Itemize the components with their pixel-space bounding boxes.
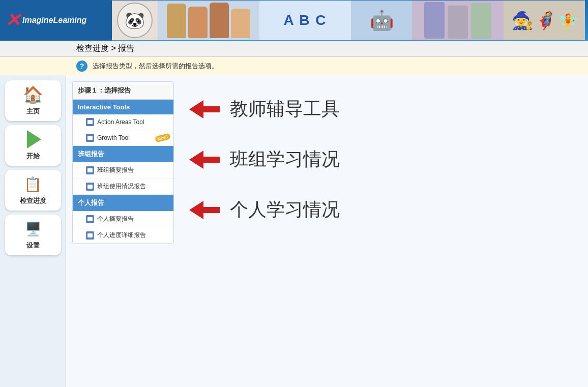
app-header: ✕ ImagineLeaming 🐼 A B C 🤖 bbox=[0, 0, 588, 41]
logo[interactable]: ✕ ImagineLeaming bbox=[0, 0, 112, 41]
sidebar-item-progress[interactable]: 📋 检查进度 bbox=[5, 170, 61, 211]
cartoon-characters: 🧙 🦸 🧚 bbox=[504, 1, 585, 40]
menu-item-growth-tool[interactable]: Growth Tool New! bbox=[73, 130, 173, 146]
sidebar-item-settings[interactable]: 🖥️ 设置 bbox=[5, 215, 61, 255]
step-header: 步骤１：选择报告 bbox=[73, 82, 173, 100]
section-personal-reports: 个人报告 bbox=[73, 195, 173, 211]
kids-photo bbox=[158, 1, 259, 40]
breadcrumb-text: 检查进度 > 报告 bbox=[76, 43, 134, 54]
menu-item-personal-detail[interactable]: 个人进度详细报告 bbox=[73, 227, 173, 244]
section-interactive-tools: Interactive Tools bbox=[73, 100, 173, 114]
header-banner: 🐼 A B C 🤖 🧙 🦸 bbox=[112, 0, 588, 41]
menu-item-class-summary[interactable]: 班组摘要报告 bbox=[73, 162, 173, 178]
menu-item-icon bbox=[86, 118, 94, 126]
growth-tool-label: Growth Tool bbox=[97, 134, 130, 141]
menu-panel: 步骤１：选择报告 Interactive Tools Action Areas … bbox=[72, 81, 174, 244]
annotation-area: 教师辅导工具 班组学习情况 个人学习情况 bbox=[174, 81, 582, 381]
home-icon: 🏠 bbox=[23, 86, 43, 104]
new-badge: New! bbox=[155, 133, 171, 142]
annotation-row-1: 教师辅导工具 bbox=[189, 97, 567, 122]
sidebar: 🏠 主页 开始 📋 检查进度 🖥️ 设置 bbox=[0, 75, 66, 387]
settings-label: 设置 bbox=[26, 241, 40, 250]
sidebar-item-home[interactable]: 🏠 主页 bbox=[5, 80, 61, 121]
menu-item-icon bbox=[86, 231, 94, 240]
people-photo bbox=[412, 1, 504, 40]
abc-display: A B C bbox=[259, 1, 351, 40]
class-summary-label: 班组摘要报告 bbox=[97, 166, 134, 174]
settings-icon: 🖥️ bbox=[23, 220, 43, 238]
annotation-row-2: 班组学习情况 bbox=[189, 147, 567, 172]
logo-text: ImagineLeaming bbox=[22, 16, 86, 25]
personal-summary-label: 个人摘要报告 bbox=[97, 215, 134, 223]
menu-item-icon bbox=[86, 134, 94, 142]
content-area: 步骤１：选择报告 Interactive Tools Action Areas … bbox=[66, 75, 588, 387]
menu-item-icon bbox=[86, 183, 94, 191]
annotation-text-1: 教师辅导工具 bbox=[230, 97, 340, 122]
class-usage-label: 班组使用情况报告 bbox=[97, 182, 146, 191]
start-label: 开始 bbox=[26, 152, 40, 161]
menu-item-icon bbox=[86, 215, 94, 223]
menu-item-icon bbox=[86, 166, 94, 174]
annotation-row-3: 个人学习情况 bbox=[189, 197, 567, 222]
progress-label: 检查进度 bbox=[20, 196, 46, 205]
progress-icon: 📋 bbox=[23, 175, 43, 193]
breadcrumb: 检查进度 > 报告 bbox=[0, 41, 588, 57]
main-layout: 🏠 主页 开始 📋 检查进度 🖥️ 设置 bbox=[0, 75, 588, 387]
logo-x-icon: ✕ bbox=[5, 10, 20, 31]
menu-item-action-areas[interactable]: Action Areas Tool bbox=[73, 114, 173, 130]
section-class-reports: 班组报告 bbox=[73, 146, 173, 162]
menu-item-personal-summary[interactable]: 个人摘要报告 bbox=[73, 211, 173, 227]
info-icon: ? bbox=[76, 61, 87, 72]
play-icon bbox=[23, 131, 43, 148]
panda-character: 🐼 bbox=[112, 1, 158, 40]
personal-detail-label: 个人进度详细报告 bbox=[97, 231, 146, 240]
annotation-text-3: 个人学习情况 bbox=[230, 197, 340, 222]
action-areas-label: Action Areas Tool bbox=[97, 118, 144, 126]
info-bar: ? 选择报告类型，然后选择所需的报告选项。 bbox=[0, 57, 588, 75]
info-text: 选择报告类型，然后选择所需的报告选项。 bbox=[93, 62, 218, 71]
sidebar-item-start[interactable]: 开始 bbox=[5, 125, 61, 166]
home-label: 主页 bbox=[26, 107, 40, 116]
menu-item-class-usage[interactable]: 班组使用情况报告 bbox=[73, 178, 173, 195]
annotation-text-2: 班组学习情况 bbox=[230, 147, 340, 172]
robot-character: 🤖 bbox=[351, 1, 412, 40]
